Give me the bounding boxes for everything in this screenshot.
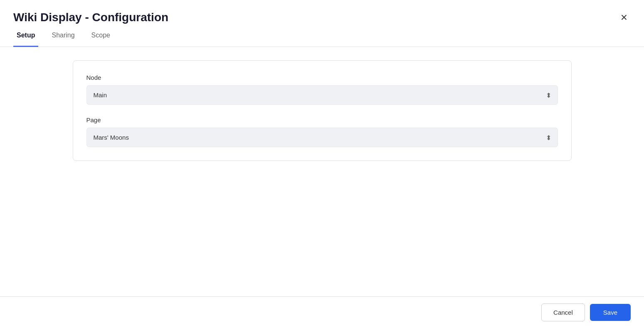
tab-setup[interactable]: Setup <box>13 25 38 47</box>
dialog-body: Node Main ⬍ Page Mars' Moons ⬍ <box>0 47 644 296</box>
tab-sharing[interactable]: Sharing <box>48 25 78 47</box>
page-select[interactable]: Mars' Moons <box>86 128 558 147</box>
dialog-title: Wiki Display - Configuration <box>13 11 168 24</box>
dialog-footer: Cancel Save <box>0 296 644 328</box>
page-form-group: Page Mars' Moons ⬍ <box>86 116 558 147</box>
page-label: Page <box>86 116 558 123</box>
close-button[interactable]: × <box>617 10 631 25</box>
save-button[interactable]: Save <box>590 304 631 321</box>
dialog-header: Wiki Display - Configuration × <box>0 0 644 25</box>
tab-scope[interactable]: Scope <box>88 25 114 47</box>
node-select[interactable]: Main <box>86 85 558 105</box>
node-select-wrapper: Main ⬍ <box>86 85 558 105</box>
cancel-button[interactable]: Cancel <box>541 303 585 321</box>
page-select-wrapper: Mars' Moons ⬍ <box>86 128 558 147</box>
dialog: Wiki Display - Configuration × Setup Sha… <box>0 0 644 328</box>
tabs-container: Setup Sharing Scope <box>0 25 644 47</box>
node-form-group: Node Main ⬍ <box>86 74 558 105</box>
node-label: Node <box>86 74 558 81</box>
form-card: Node Main ⬍ Page Mars' Moons ⬍ <box>73 60 572 161</box>
